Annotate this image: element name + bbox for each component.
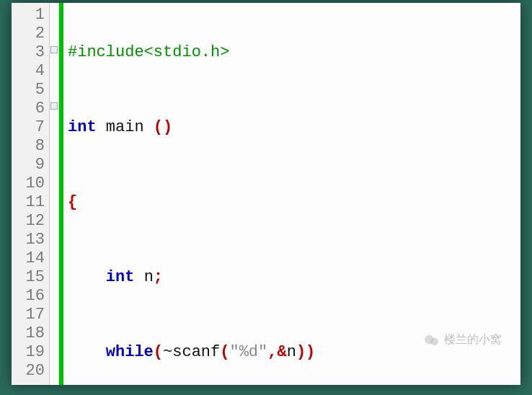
svg-point-1 (430, 337, 438, 345)
line-number: 16 (12, 287, 49, 306)
line-number: 13 (12, 231, 49, 249)
line-number-gutter: 1 2 3 4 5 6 7 8 9 10 11 12 13 14 15 16 1… (12, 3, 50, 385)
code-line: int n; (68, 268, 520, 287)
code-editor[interactable]: 1 2 3 4 5 6 7 8 9 10 11 12 13 14 15 16 1… (12, 3, 520, 385)
line-number: 19 (12, 343, 49, 362)
line-number: 9 (12, 156, 49, 174)
code-line: int main () (68, 118, 520, 137)
preprocessor: #include<stdio.h> (68, 43, 229, 61)
wechat-icon (424, 334, 440, 347)
line-number: 5 (12, 81, 49, 99)
editor-window: 1 2 3 4 5 6 7 8 9 10 11 12 13 14 15 16 1… (12, 3, 520, 385)
fold-toggle-icon[interactable] (50, 46, 58, 53)
line-number: 12 (12, 212, 49, 231)
fold-toggle-icon[interactable] (50, 102, 58, 110)
line-number: 18 (12, 324, 49, 343)
line-number: 2 (12, 25, 49, 43)
line-number: 7 (12, 118, 49, 137)
line-number: 15 (12, 268, 49, 287)
line-number: 3 (12, 43, 49, 62)
code-area[interactable]: #include<stdio.h> int main () { int n; w… (63, 3, 520, 385)
line-number: 20 (12, 362, 49, 381)
line-number: 10 (12, 174, 49, 193)
watermark: 楼兰的小窝 (424, 332, 502, 347)
code-line: { (68, 193, 520, 212)
line-number: 6 (12, 99, 49, 118)
line-number: 8 (12, 137, 49, 156)
code-line: #include<stdio.h> (68, 43, 520, 62)
watermark-text: 楼兰的小窝 (444, 332, 502, 347)
line-number: 14 (12, 249, 49, 268)
line-number: 17 (12, 306, 49, 324)
fold-gutter (50, 3, 59, 385)
line-number: 11 (12, 193, 49, 212)
line-number: 4 (12, 62, 49, 81)
line-number: 1 (12, 6, 49, 25)
